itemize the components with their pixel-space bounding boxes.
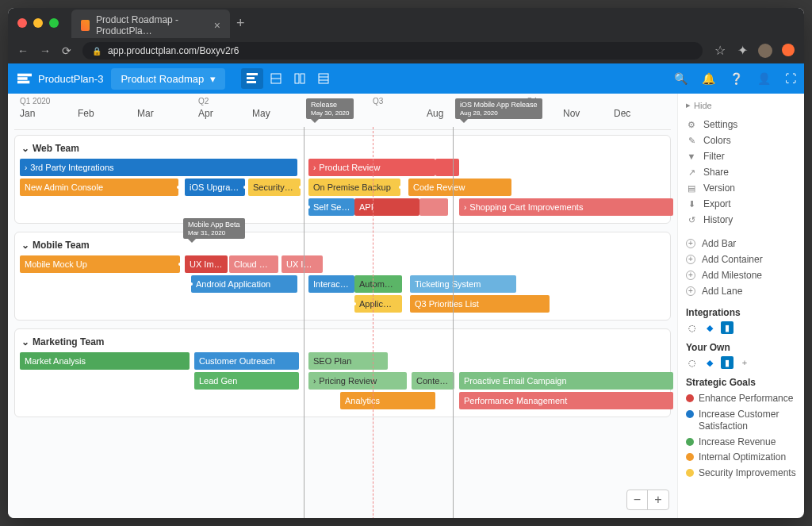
add-integration-icon[interactable]: +: [738, 356, 751, 369]
roadmap-bar[interactable]: Conte…: [412, 372, 454, 390]
expand-icon: ›: [25, 163, 27, 172]
sidebar-item-add-lane[interactable]: +Add Lane: [686, 283, 796, 299]
roadmap-bar[interactable]: Mobile Mock Up: [20, 255, 180, 273]
roadmap-bar[interactable]: iOS Upgra…: [185, 179, 245, 196]
roadmap-bar[interactable]: Performance Management: [459, 392, 673, 409]
roadmap-bar[interactable]: Cloud …: [229, 255, 278, 273]
roadmap-bar[interactable]: ›Pricing Review: [308, 372, 407, 390]
github-icon-2[interactable]: ◌: [686, 356, 699, 369]
roadmap-bar[interactable]: Security…: [248, 179, 301, 196]
roadmap-bar[interactable]: On Premise Backup: [308, 179, 400, 196]
version-icon: ▤: [686, 183, 697, 194]
minimize-window[interactable]: [33, 18, 43, 28]
zoom-in-button[interactable]: +: [648, 490, 668, 509]
sidebar-item-add-container[interactable]: +Add Container: [686, 251, 796, 267]
roadmap-bar[interactable]: Applic…: [354, 295, 402, 313]
svg-rect-1: [17, 77, 28, 80]
roadmap-bar[interactable]: Autom…: [354, 275, 402, 293]
svg-rect-10: [319, 74, 328, 83]
roadmap-bar[interactable]: [419, 198, 448, 216]
roadmap-bar[interactable]: New Admin Console: [20, 179, 178, 196]
roadmap-bar[interactable]: Analytics: [340, 392, 435, 409]
search-icon[interactable]: 🔍: [674, 72, 688, 85]
lane-header[interactable]: ⌄ Web Team: [15, 140, 670, 159]
roadmap-bar[interactable]: UX Im…: [185, 255, 228, 273]
roadmap-bar[interactable]: UX I…: [282, 255, 323, 273]
yourown-heading: Your Own: [686, 342, 796, 353]
sidebar-item-add-milestone[interactable]: +Add Milestone: [686, 267, 796, 283]
roadmap-bar[interactable]: Self Se…: [308, 198, 354, 216]
milestone-marker[interactable]: iOS Mobile App ReleaseAug 28, 2020: [455, 98, 542, 119]
extensions-icon[interactable]: ✦: [736, 44, 749, 56]
sidebar-item-export[interactable]: ⬇Export: [686, 196, 796, 212]
azure-icon-2[interactable]: ◆: [703, 356, 716, 369]
azure-icon[interactable]: ◆: [703, 321, 716, 334]
reload-button[interactable]: ⟳: [62, 44, 71, 57]
star-icon[interactable]: ☆: [714, 44, 726, 56]
milestone-marker[interactable]: Mobile App BetaMar 31, 2020: [183, 218, 245, 239]
roadmap-bar[interactable]: Q3 Priorities List: [410, 295, 550, 313]
svg-rect-8: [295, 74, 299, 83]
maximize-window[interactable]: [49, 18, 59, 28]
lane-header[interactable]: ⌄ Mobile Team: [15, 237, 670, 255]
roadmap-bar[interactable]: Interac…: [308, 275, 354, 293]
roadmap-bar[interactable]: Code Review: [408, 179, 511, 196]
milestone-marker[interactable]: ReleaseMay 30, 2020: [306, 98, 354, 119]
lane-header[interactable]: ⌄ Marketing Team: [15, 334, 670, 352]
view-board[interactable]: [289, 68, 311, 89]
roadmap-bar[interactable]: API: [354, 198, 419, 216]
roadmap-bar[interactable]: Customer Outreach: [194, 352, 299, 370]
sidebar-item-version[interactable]: ▤Version: [686, 180, 796, 196]
breadcrumb-project[interactable]: ProductPlan-3: [38, 73, 103, 85]
roadmap-dropdown[interactable]: Product Roadmap ▾: [111, 68, 225, 90]
app-logo[interactable]: [16, 70, 33, 87]
timeline-header: Q1 2020Q2Q3Q4JanFebMarAprMayAugNovDecRel…: [14, 94, 671, 130]
sidebar-item-add-bar[interactable]: +Add Bar: [686, 236, 796, 251]
trello-icon-2[interactable]: ▮: [721, 356, 733, 369]
view-timeline[interactable]: [241, 68, 263, 89]
roadmap-bar[interactable]: ›Shopping Cart Improvements: [459, 198, 673, 216]
close-tab-icon[interactable]: ×: [214, 19, 220, 32]
forward-button[interactable]: →: [40, 44, 51, 57]
fullscreen-icon[interactable]: ⛶: [785, 72, 796, 85]
legend-item[interactable]: Internal Optimization: [686, 450, 796, 466]
colors-icon: ✎: [686, 136, 697, 146]
user-icon[interactable]: 👤: [757, 72, 771, 85]
sidebar-item-history[interactable]: ↺History: [686, 212, 796, 228]
quarter-label: Q1 2020: [20, 97, 50, 106]
roadmap-bar[interactable]: [435, 159, 459, 176]
legend-item[interactable]: Security Improvements: [686, 466, 796, 482]
sidebar-item-colors[interactable]: ✎Colors: [686, 132, 796, 148]
legend-item[interactable]: Increase Revenue: [686, 435, 796, 451]
roadmap-bar[interactable]: ›3rd Party Integrations: [20, 159, 297, 176]
zoom-out-button[interactable]: −: [627, 490, 648, 509]
legend-item[interactable]: Enhance Performance: [686, 391, 796, 407]
hide-sidebar[interactable]: ▸ Hide: [686, 100, 796, 110]
trello-icon[interactable]: ▮: [721, 321, 733, 334]
view-list[interactable]: [265, 68, 287, 89]
sidebar-item-settings[interactable]: ⚙Settings: [686, 117, 796, 132]
bell-icon[interactable]: 🔔: [702, 72, 715, 85]
github-icon[interactable]: ◌: [686, 321, 699, 334]
extension-badge[interactable]: [782, 44, 795, 56]
roadmap-bar[interactable]: Android Application: [191, 275, 297, 293]
roadmap-bar[interactable]: Lead Gen: [194, 372, 299, 390]
roadmap-bar[interactable]: Ticketing System: [410, 275, 516, 293]
help-icon[interactable]: ❔: [730, 72, 743, 85]
favicon: [81, 20, 90, 31]
browser-tab[interactable]: Product Roadmap - ProductPla… ×: [71, 10, 230, 41]
sidebar-item-share[interactable]: ↗Share: [686, 164, 796, 180]
profile-avatar[interactable]: [758, 44, 772, 58]
address-bar[interactable]: 🔒 app.productplan.com/Boxyv2r6: [82, 42, 703, 60]
close-window[interactable]: [17, 18, 27, 28]
roadmap-bar[interactable]: ›Product Review: [308, 159, 435, 176]
timeline-area[interactable]: Q1 2020Q2Q3Q4JanFebMarAprMayAugNovDecRel…: [8, 94, 677, 518]
roadmap-bar[interactable]: Market Analysis: [20, 352, 190, 370]
view-table[interactable]: [312, 68, 335, 89]
sidebar-item-filter[interactable]: ▼Filter: [686, 148, 796, 164]
new-tab-button[interactable]: +: [236, 15, 245, 32]
roadmap-bar[interactable]: Proactive Email Campaign: [459, 372, 673, 390]
roadmap-bar[interactable]: SEO Plan: [308, 352, 388, 370]
legend-item[interactable]: Increase Customer Satisfaction: [686, 407, 796, 435]
back-button[interactable]: ←: [17, 44, 29, 57]
